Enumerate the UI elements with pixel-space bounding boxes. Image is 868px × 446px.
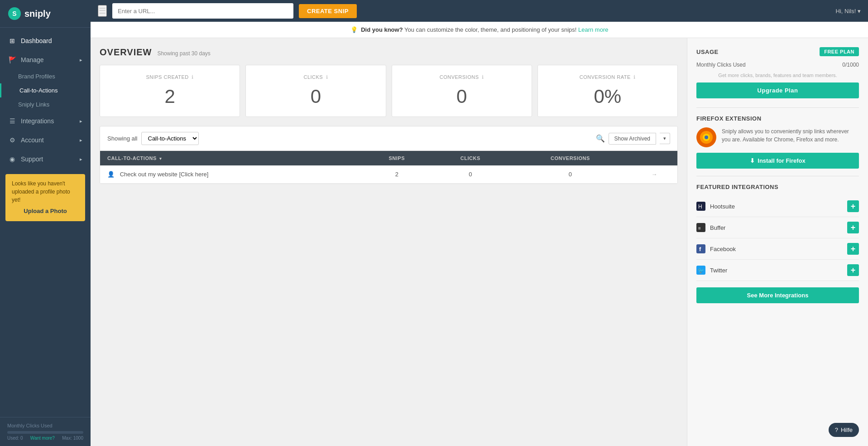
download-icon: ⬇	[750, 157, 755, 164]
integrations-title: FEATURED INTEGRATIONS	[696, 184, 859, 190]
sidebar-item-account[interactable]: ⚙ Account ▸	[0, 131, 91, 150]
table-row[interactable]: 👤 Check out my website [Click here] 2 0 …	[100, 165, 677, 184]
firefox-title: FIREFOX EXTENSION	[696, 115, 859, 122]
facebook-icon: f	[696, 244, 705, 253]
info-text: You can customize the color, theme, and …	[404, 26, 576, 33]
sidebar-item-brand-profiles[interactable]: Brand Profiles	[0, 69, 91, 83]
archived-dropdown-button[interactable]: ▾	[660, 133, 670, 144]
hootsuite-add-button[interactable]: +	[847, 200, 859, 212]
dashboard-icon: ⊞	[8, 37, 16, 45]
progress-want-more[interactable]: Want more?	[30, 436, 55, 441]
help-button[interactable]: ? Hilfe	[829, 423, 859, 437]
stat-card-conversion-rate: CONVERSION RATE ℹ 0%	[537, 65, 678, 117]
sidebar-sub-label: Sniply Links	[18, 101, 49, 108]
clicks-value: 0	[255, 86, 376, 107]
usage-section: USAGE FREE PLAN Monthly Clicks Used 0/10…	[696, 47, 859, 98]
sidebar-item-sniply-links[interactable]: Sniply Links	[0, 97, 91, 112]
overview-subtitle: Showing past 30 days	[157, 50, 210, 57]
sidebar-item-label: Support	[21, 155, 43, 163]
logo[interactable]: S sniply	[0, 0, 91, 28]
chevron-right-icon: ▸	[80, 57, 82, 63]
see-more-integrations-button[interactable]: See More Integrations	[696, 287, 859, 303]
url-input[interactable]	[112, 3, 293, 19]
conversion-rate-label: CONVERSION RATE	[580, 74, 631, 80]
show-archived-button[interactable]: Show Archived	[609, 133, 656, 145]
hamburger-button[interactable]: ☰	[98, 5, 107, 17]
sidebar-item-label: Integrations	[21, 117, 54, 125]
upload-photo-link[interactable]: Upload a Photo	[12, 207, 79, 216]
install-firefox-button[interactable]: ⬇ Install for Firefox	[696, 153, 859, 169]
create-snip-button[interactable]: CREATE SNIP	[299, 4, 357, 18]
learn-more-link[interactable]: Learn more	[578, 26, 608, 33]
stat-card-snips-created: SNIPS CREATED ℹ 2	[100, 65, 240, 117]
col-conversions: CONVERSIONS	[509, 151, 631, 165]
twitter-label: Twitter	[710, 267, 843, 274]
photo-notification: Looks like you haven't uploaded a profil…	[5, 174, 85, 221]
facebook-add-button[interactable]: +	[847, 243, 859, 255]
table-header-row: CALL-TO-ACTIONS ▾ SNIPS CLICKS CONVERSIO…	[100, 151, 677, 165]
integration-hootsuite: H Hootsuite +	[696, 196, 859, 217]
usage-hint: Get more clicks, brands, features and te…	[696, 73, 859, 78]
stat-card-conversions: CONVERSIONS ℹ 0	[392, 65, 532, 117]
account-icon: ⚙	[8, 136, 16, 144]
overview-title: OVERVIEW	[100, 47, 152, 58]
integration-twitter: 🐦 Twitter +	[696, 260, 859, 281]
row-clicks: 0	[432, 165, 509, 184]
info-icon[interactable]: ℹ	[633, 74, 636, 80]
svg-text:f: f	[699, 246, 701, 252]
sidebar-item-integrations[interactable]: ☰ Integrations ▸	[0, 112, 91, 131]
row-arrow[interactable]: →	[631, 165, 677, 184]
facebook-label: Facebook	[710, 246, 843, 252]
upgrade-plan-button[interactable]: Upgrade Plan	[696, 82, 859, 98]
progress-max: Max: 1000	[62, 436, 83, 441]
buffer-add-button[interactable]: +	[847, 222, 859, 233]
snips-created-value: 2	[109, 86, 230, 107]
arrow-right-icon: →	[652, 171, 657, 178]
sidebar-sub-label: Brand Profiles	[18, 73, 55, 80]
info-icon[interactable]: ℹ	[482, 74, 484, 80]
sidebar-item-manage[interactable]: 🚩 Manage ▸	[0, 50, 91, 69]
info-bar: 💡 Did you know? You can customize the co…	[91, 22, 868, 38]
usage-title: USAGE	[696, 48, 719, 55]
sidebar-item-dashboard[interactable]: ⊞ Dashboard	[0, 31, 91, 50]
main-content: OVERVIEW Showing past 30 days SNIPS CREA…	[91, 38, 687, 446]
info-icon[interactable]: ℹ	[192, 74, 194, 80]
usage-header: USAGE FREE PLAN	[696, 47, 859, 56]
toolbar-right: 🔍 Show Archived ▾	[596, 133, 670, 145]
chevron-right-icon: ▸	[80, 137, 82, 143]
user-greeting[interactable]: Hi, Nils! ▾	[836, 8, 861, 15]
content-area: OVERVIEW Showing past 30 days SNIPS CREA…	[91, 38, 868, 446]
person-icon: 👤	[107, 171, 115, 178]
info-icon[interactable]: ℹ	[326, 74, 328, 80]
showing-text: Showing all	[107, 135, 138, 142]
data-table: CALL-TO-ACTIONS ▾ SNIPS CLICKS CONVERSIO…	[100, 151, 677, 184]
bulb-icon: 💡	[350, 26, 358, 33]
chevron-right-icon: ▸	[80, 156, 82, 162]
col-cta[interactable]: CALL-TO-ACTIONS ▾	[100, 151, 362, 165]
divider	[696, 107, 859, 108]
twitter-add-button[interactable]: +	[847, 264, 859, 276]
firefox-content: Sniply allows you to conveniently snip l…	[696, 127, 859, 147]
conversions-label: CONVERSIONS	[440, 74, 479, 80]
right-sidebar: USAGE FREE PLAN Monthly Clicks Used 0/10…	[687, 38, 868, 446]
support-icon: ◉	[8, 155, 16, 163]
row-cta: 👤 Check out my website [Click here]	[100, 165, 362, 184]
integrations-section: FEATURED INTEGRATIONS H Hootsuite + ≡ Bu…	[696, 184, 859, 303]
logo-icon: S	[8, 7, 21, 20]
col-snips: SNIPS	[362, 151, 432, 165]
sidebar: S sniply ⊞ Dashboard 🚩 Manage ▸ Brand Pr…	[0, 0, 91, 446]
sidebar-sub-label: Call-to-Actions	[19, 87, 58, 94]
table-section: Showing all Call-to-Actions 🔍 Show Archi…	[100, 126, 678, 184]
divider	[696, 176, 859, 176]
sidebar-item-call-to-actions[interactable]: Call-to-Actions	[0, 83, 91, 97]
snips-created-label: SNIPS CREATED	[146, 74, 188, 80]
manage-icon: 🚩	[8, 56, 16, 64]
sort-icon: ▾	[159, 156, 162, 161]
monthly-clicks-value: 0/1000	[842, 62, 859, 68]
integrations-icon: ☰	[8, 117, 16, 125]
filter-select[interactable]: Call-to-Actions	[141, 132, 199, 145]
clicks-label: CLICKS	[303, 74, 323, 80]
svg-rect-6	[696, 223, 705, 232]
sidebar-item-support[interactable]: ◉ Support ▸	[0, 150, 91, 169]
search-button[interactable]: 🔍	[596, 134, 605, 143]
